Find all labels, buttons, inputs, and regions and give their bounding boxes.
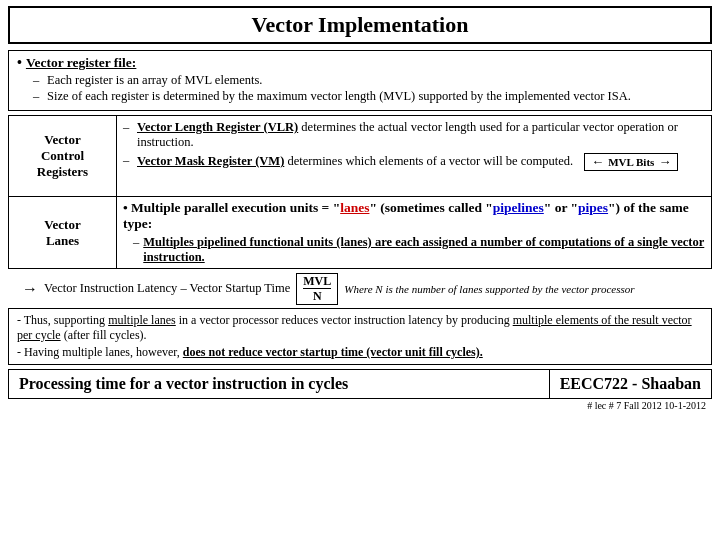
vcr-item-vm: – Vector Mask Register (VM) determines w… bbox=[123, 153, 705, 171]
vcr-label-text: VectorControlRegisters bbox=[37, 132, 88, 180]
sub-bullet-1: – Each register is an array of MVL eleme… bbox=[33, 73, 703, 88]
mvl-text: MVL bbox=[303, 274, 331, 288]
vcr-dash-2: – bbox=[123, 153, 133, 168]
mvl-n-box: MVL N bbox=[296, 273, 338, 305]
vl-sub-text: Multiples pipelined functional units (la… bbox=[143, 235, 705, 265]
vrf-bullet-row: • Vector register file: bbox=[17, 55, 703, 71]
processing-label: Processing time for a vector instruction… bbox=[19, 375, 348, 393]
title-text: Vector Implementation bbox=[252, 12, 469, 37]
vcr-row: VectorControlRegisters – Vector Length R… bbox=[9, 116, 711, 197]
vl-text-mid: " (sometimes called " bbox=[369, 200, 492, 215]
vcr-vm-text: Vector Mask Register (VM) determines whi… bbox=[137, 153, 678, 171]
notice-box: - Thus, supporting multiple lanes in a v… bbox=[8, 308, 712, 365]
dash-2: – bbox=[33, 89, 43, 104]
notice-after: (after fill cycles). bbox=[61, 328, 147, 342]
notice-line1: - Thus, supporting multiple lanes in a v… bbox=[17, 313, 703, 343]
vl-sub-dash: – bbox=[133, 235, 139, 250]
vcr-content: – Vector Length Register (VLR) determine… bbox=[117, 116, 711, 196]
notice-multiple-lanes: multiple lanes bbox=[108, 313, 176, 327]
notice-thus: - Thus, supporting bbox=[17, 313, 108, 327]
latency-label: Vector Instruction Latency – Vector Star… bbox=[44, 281, 290, 296]
notice-not-reduce: does not reduce vector startup time (vec… bbox=[183, 345, 483, 359]
sub-bullet-2: – Size of each register is determined by… bbox=[33, 89, 703, 104]
mvl-bits-box: ← MVL Bits → bbox=[584, 153, 678, 171]
sub-bullet-2-text: Size of each register is determined by t… bbox=[47, 89, 631, 104]
vl-label-text: VectorLanes bbox=[44, 217, 80, 249]
vcr-item-vlr: – Vector Length Register (VLR) determine… bbox=[123, 120, 705, 150]
vrf-label: Vector register file: bbox=[26, 55, 136, 71]
n-text: N bbox=[303, 288, 331, 303]
vm-description: determines which elements of a vector wi… bbox=[287, 154, 573, 168]
arrow-indicator: → bbox=[22, 280, 38, 298]
vl-bullet-symbol: • bbox=[123, 200, 131, 215]
vlr-label: Vector Length Register (VLR) bbox=[137, 120, 298, 134]
vm-label: Vector Mask Register (VM) bbox=[137, 154, 284, 168]
vl-content: • Multiple parallel execution units = "l… bbox=[117, 197, 711, 268]
vrf-underline: Vector register file: bbox=[26, 55, 136, 70]
eecc-label-box: EECC722 - Shaaban bbox=[549, 370, 711, 398]
vrf-sub-bullets: – Each register is an array of MVL eleme… bbox=[33, 73, 703, 104]
notice-line2: - Having multiple lanes, however, does n… bbox=[17, 345, 703, 360]
arrow-right-mvl: → bbox=[658, 154, 671, 170]
page: Vector Implementation • Vector register … bbox=[0, 0, 720, 540]
main-title: Vector Implementation bbox=[8, 6, 712, 44]
processing-label-box: Processing time for a vector instruction… bbox=[9, 370, 549, 398]
pipes-link: pipes bbox=[578, 200, 608, 215]
sub-bullet-1-text: Each register is an array of MVL element… bbox=[47, 73, 262, 88]
vl-label: VectorLanes bbox=[9, 197, 117, 268]
bullet-symbol: • bbox=[17, 55, 22, 71]
vl-text-or: " or " bbox=[544, 200, 578, 215]
arrow-left-mvl: ← bbox=[591, 154, 604, 170]
lanes-link: lanes bbox=[340, 200, 369, 215]
footer: # lec # 7 Fall 2012 10-1-2012 bbox=[8, 399, 712, 412]
vrf-section: • Vector register file: – Each register … bbox=[8, 50, 712, 111]
bottom-bar: Processing time for a vector instruction… bbox=[8, 369, 712, 399]
notice-having: - Having multiple lanes, however, bbox=[17, 345, 183, 359]
pipelines-link: pipelines bbox=[493, 200, 544, 215]
vcr-dash-1: – bbox=[123, 120, 133, 135]
vl-sub-item: – Multiples pipelined functional units (… bbox=[133, 235, 705, 265]
latency-row: → Vector Instruction Latency – Vector St… bbox=[22, 273, 712, 305]
vcr-label: VectorControlRegisters bbox=[9, 116, 117, 196]
vcr-lanes-wrapper: VectorControlRegisters – Vector Length R… bbox=[8, 115, 712, 269]
notice-rest1: in a vector processor reduces vector ins… bbox=[176, 313, 513, 327]
where-note: Where N is the number of lanes supported… bbox=[344, 283, 634, 295]
eecc-label: EECC722 - Shaaban bbox=[560, 375, 701, 393]
vl-bullet-row: • Multiple parallel execution units = "l… bbox=[123, 200, 705, 232]
vl-text-pre: Multiple parallel execution units = " bbox=[131, 200, 340, 215]
mvl-bits-label: MVL Bits bbox=[608, 156, 654, 168]
footer-text: # lec # 7 Fall 2012 10-1-2012 bbox=[587, 400, 706, 411]
vcr-vlr-text: Vector Length Register (VLR) determines … bbox=[137, 120, 705, 150]
dash-1: – bbox=[33, 73, 43, 88]
vl-row: VectorLanes • Multiple parallel executio… bbox=[9, 197, 711, 268]
